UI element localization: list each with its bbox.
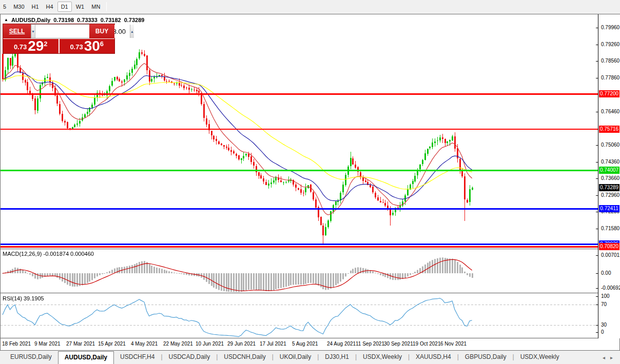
tab-usdcad-daily[interactable]: USDCAD,Daily	[163, 351, 217, 364]
chart-window: ▲ AUDUSD,Daily 0.73198 0.73333 0.73182 0…	[0, 14, 620, 351]
price-axis-tick: 0.75060	[601, 142, 619, 148]
price-axis-tick: 0.76460	[601, 109, 619, 114]
date-axis-label: 30 Sep 2021	[384, 341, 413, 347]
chart-symbol: AUDUSD,Daily	[11, 17, 50, 23]
rsi-axis-tick: 0	[601, 329, 604, 335]
tab-usdx-weekly[interactable]: USDX,Weekly	[514, 351, 566, 364]
scroll-left-icon[interactable]: ◂	[603, 355, 605, 360]
chevron-down-icon: ▼	[31, 30, 35, 33]
tab-dj30-h1[interactable]: DJ30,H1	[319, 351, 355, 364]
price-axis-tick: 0.71580	[601, 226, 619, 231]
timeframe-button-w1[interactable]: W1	[73, 2, 88, 11]
timeframe-button-d1[interactable]: D1	[57, 2, 72, 12]
volume-increase-button[interactable]: ▲	[130, 25, 134, 38]
timeframe-button-5[interactable]: 5	[0, 2, 9, 11]
chart-header: ▲ AUDUSD,Daily 0.73198 0.73333 0.73182 0…	[4, 17, 144, 23]
date-axis-label: 10 Jun 2021	[196, 341, 224, 347]
rsi-axis-tick: 70	[601, 301, 607, 307]
sell-button[interactable]: SELL	[3, 24, 31, 38]
rsi-axis-tick: 30	[601, 322, 607, 328]
buy-price-prefix: 0.73	[70, 43, 83, 51]
timeframe-button-h1[interactable]: H1	[29, 2, 42, 11]
date-axis-label: 22 May 2021	[163, 341, 193, 347]
price-axis[interactable]: 0.799600.792600.785600.778600.764600.750…	[598, 14, 620, 338]
trade-panel-controls: SELL ▼ ▲ BUY	[3, 24, 114, 38]
chart-canvas[interactable]	[1, 14, 598, 338]
rsi-axis-tick: 100	[601, 293, 610, 299]
timeframe-button-mn[interactable]: MN	[88, 2, 103, 11]
macd-axis-tick: -0.006923	[601, 285, 620, 291]
sell-price-display[interactable]: 0.73 29 2	[3, 39, 59, 53]
date-axis-label: 17 Jul 2021	[260, 341, 286, 347]
buy-price-sup: 6	[100, 40, 104, 48]
toolbar-separator	[106, 2, 107, 11]
sell-price-prefix: 0.73	[14, 43, 27, 51]
ohlc-high: 0.73333	[77, 17, 98, 23]
chevron-up-icon: ▲	[130, 30, 134, 33]
chart-tab-bar: EURUSD,DailyAUDUSD,DailyUSDCHF,H4|USDCAD…	[0, 351, 620, 364]
tab-usdx-weekly[interactable]: USDX,Weekly	[357, 351, 408, 364]
volume-spinbox: ▼ ▲	[31, 24, 89, 38]
buy-button[interactable]: BUY	[89, 24, 114, 38]
price-axis-tick: 0.79960	[601, 25, 619, 30]
sell-price-sup: 2	[44, 40, 47, 48]
one-click-trading-panel: SELL ▼ ▲ BUY 0.73 29 2	[3, 24, 115, 54]
price-level-badge: 0.75716	[599, 126, 619, 133]
price-level-badge: 0.77200	[599, 90, 619, 97]
timeframe-toolbar: 5M30H1H4D1W1MN	[0, 0, 620, 13]
collapse-panel-icon[interactable]: ▲	[4, 17, 8, 23]
date-axis-label: 11 Sep 2021	[356, 341, 384, 347]
price-axis-tick: 0.79260	[601, 42, 619, 47]
price-axis-tick: 0.74360	[601, 159, 619, 165]
tab-ukoil-daily[interactable]: UKOil,Daily	[274, 351, 317, 364]
buy-price-display[interactable]: 0.73 30 6	[60, 39, 115, 53]
date-axis-label: 15 Apr 2021	[98, 341, 126, 347]
trade-panel-prices: 0.73 29 2 0.73 30 6	[3, 38, 114, 53]
tab-audusd-daily[interactable]: AUDUSD,Daily	[58, 351, 114, 364]
timeframe-button-h4[interactable]: H4	[43, 2, 56, 11]
ohlc-low: 0.73182	[101, 17, 121, 23]
tab-gbpusd-daily[interactable]: GBPUSD,Daily	[459, 351, 513, 364]
date-axis-label: 9 Mar 2021	[34, 341, 61, 347]
date-axis-label: 27 Mar 2021	[66, 341, 95, 347]
scroll-right-icon[interactable]: ▸	[610, 355, 613, 360]
date-axis-label: 18 Feb 2021	[2, 341, 31, 347]
date-axis-label: 4 May 2021	[131, 341, 158, 347]
price-level-badge: 0.74007	[599, 167, 619, 174]
date-axis-label: 19 Oct 2021	[413, 341, 440, 347]
tab-usdchf-h4[interactable]: USDCHF,H4	[114, 351, 161, 364]
tab-usdcnh-daily[interactable]: USDCNH,Daily	[218, 351, 272, 364]
tab-xauusd-h4[interactable]: XAUUSD,H4	[410, 351, 457, 364]
price-level-badge: 0.72411	[599, 205, 619, 212]
price-axis-tick: 0.72960	[601, 192, 619, 198]
date-axis-label: 5 Aug 2021	[292, 341, 318, 347]
rsi-indicator-label: RSI(14) 39.1905	[3, 295, 44, 301]
price-level-badge: 0.70820	[599, 243, 619, 250]
volume-input[interactable]	[35, 25, 130, 38]
date-axis-label: 29 Jun 2021	[227, 341, 256, 347]
time-axis[interactable]: 18 Feb 20219 Mar 202127 Mar 202115 Apr 2…	[1, 338, 619, 350]
tab-eurusd-daily[interactable]: EURUSD,Daily	[4, 351, 58, 364]
date-axis-label: 24 Aug 2021	[327, 341, 356, 347]
sell-price-big: 29	[28, 40, 44, 52]
macd-axis-tick: 0.00	[601, 270, 611, 276]
price-axis-tick: 0.77860	[601, 75, 619, 80]
date-axis-label: 6 Nov 2021	[440, 341, 467, 347]
macd-indicator-label: MACD(12,26,9) -0.001874 0.000460	[3, 251, 94, 257]
ohlc-close: 0.73289	[124, 17, 145, 23]
price-level-badge: 0.73289	[599, 184, 619, 191]
volume-decrease-button[interactable]: ▼	[31, 25, 35, 38]
mt4-application: 5M30H1H4D1W1MN ▲ AUDUSD,Daily 0.73198 0.…	[0, 0, 620, 364]
price-axis-tick: 0.78560	[601, 58, 619, 64]
ohlc-open: 0.73198	[53, 17, 74, 23]
timeframe-button-m30[interactable]: M30	[10, 2, 27, 11]
buy-price-big: 30	[84, 40, 100, 52]
macd-axis-tick: 0.007015	[601, 252, 620, 258]
price-axis-tick: 0.73660	[601, 175, 619, 181]
